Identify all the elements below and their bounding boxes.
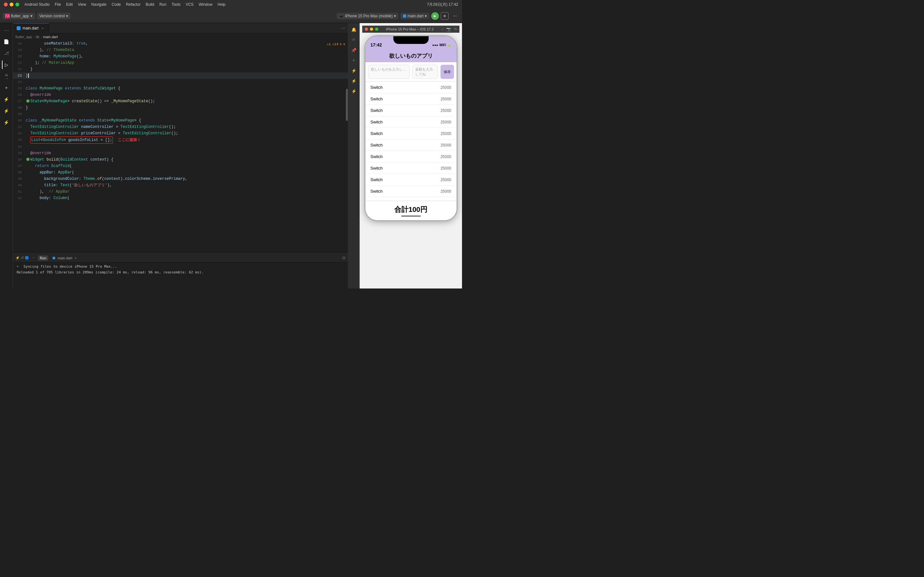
- simulator-window-controls: [365, 27, 378, 31]
- right-icon-star[interactable]: ✦: [350, 56, 358, 64]
- menu-view[interactable]: View: [78, 2, 86, 7]
- tab-more-button[interactable]: ⋯: [338, 26, 348, 31]
- breadcrumb-lib[interactable]: lib: [36, 35, 39, 39]
- line-number-40: 40: [13, 182, 26, 189]
- menu-refactor[interactable]: Refactor: [126, 2, 141, 7]
- item-price-2: 25000: [441, 108, 451, 113]
- close-button[interactable]: [4, 3, 8, 6]
- line-number-21: 21: [13, 60, 26, 66]
- tab-main-dart[interactable]: main.dart ×: [13, 23, 49, 33]
- name-input-field[interactable]: 欲しいものを入力し…: [368, 65, 410, 79]
- menu-file[interactable]: File: [55, 2, 61, 7]
- price-input-field[interactable]: 金額を入力してね: [412, 65, 438, 79]
- activity-git[interactable]: ⎇: [2, 49, 11, 58]
- breadcrumb-flutter-app[interactable]: flutter_app: [15, 35, 32, 39]
- sim-home-icon[interactable]: ⌂: [441, 27, 444, 31]
- bottom-more[interactable]: ⋯: [32, 256, 35, 260]
- menu-tools[interactable]: Tools: [172, 2, 181, 7]
- activity-run[interactable]: ▷: [2, 60, 11, 69]
- item-price-5: 25000: [441, 143, 451, 147]
- minimize-button[interactable]: [10, 3, 13, 6]
- line-content-18: useMaterial3: true,: [26, 40, 348, 47]
- save-button[interactable]: 保存: [441, 65, 454, 79]
- bottom-tab-run[interactable]: Run: [38, 255, 48, 261]
- activity-file[interactable]: 📄: [2, 37, 11, 46]
- activity-flutter2[interactable]: ⚡: [2, 106, 11, 115]
- code-editor[interactable]: 18 useMaterial3: true, ⚠1 ⚠14 ∧ ∨ 19 ), …: [13, 40, 348, 253]
- right-icon-preview[interactable]: 👁: [350, 36, 358, 44]
- collapse-icon[interactable]: ∨: [343, 41, 345, 47]
- menu-vcs[interactable]: VCS: [186, 2, 194, 7]
- tab-close-button[interactable]: ×: [40, 26, 45, 31]
- sim-rotate-icon[interactable]: ⟲: [454, 27, 457, 31]
- titlebar-right: 7月29日(月) 17:42: [427, 2, 458, 7]
- menu-build[interactable]: Build: [145, 2, 154, 7]
- code-line-40: 40 title: Text('欲しいものアプリ'),: [13, 182, 348, 189]
- simulator-title: iPhone 15 Pro Max – iOS 17.2: [386, 27, 434, 31]
- right-icon-flutter2[interactable]: ⚡: [350, 87, 358, 95]
- line-content-21: ); // MaterialApp: [26, 60, 348, 66]
- editor-area: main.dart × ⋯ flutter_app › lib › main.d…: [13, 23, 348, 288]
- chevron-down-icon: ▾: [425, 14, 427, 18]
- traffic-lights[interactable]: [4, 3, 19, 6]
- right-icon-lightning[interactable]: ⚡: [350, 67, 358, 74]
- run-button[interactable]: ▶: [431, 12, 439, 20]
- menu-edit[interactable]: Edit: [66, 2, 73, 7]
- item-name-7: Switch: [371, 166, 383, 171]
- toolbar-btn-extra1[interactable]: ⋯: [451, 13, 459, 19]
- item-name-6: Switch: [371, 154, 383, 159]
- phone-list[interactable]: Switch 25000 Switch 25000 Switch 25000 S…: [365, 82, 457, 201]
- stop-button[interactable]: ⏹: [441, 12, 449, 20]
- code-line-36: 36 Widget build(BuildContext context) {: [13, 156, 348, 163]
- phone-frame: 17:42 ●●● WiFi 🔋 欲しいものアプリ 欲しいものを入力し…: [365, 35, 457, 221]
- activity-bar: ⋯ 📄 ⎇ ▷ 📱 ✦ ⚡ ⚡ ⚡: [0, 23, 13, 288]
- phone-total: 合計100円: [371, 205, 451, 214]
- phone-input-row: 欲しいものを入力し… 金額を入力してね 保存: [365, 62, 457, 82]
- menu-navigate[interactable]: Navigate: [91, 2, 107, 7]
- item-name-5: Switch: [371, 143, 383, 147]
- line-number-24: 24: [13, 79, 26, 85]
- sim-max[interactable]: [375, 27, 378, 31]
- menu-help[interactable]: Help: [218, 2, 226, 7]
- sim-min[interactable]: [370, 27, 373, 31]
- line-content-22: }: [26, 66, 348, 73]
- sim-screenshot-icon[interactable]: 📷: [446, 27, 451, 31]
- activity-star[interactable]: ✦: [2, 83, 11, 92]
- code-line-20: 20 home: MyHomePage(),: [13, 53, 348, 60]
- bottom-expand-btn[interactable]: ⊡: [342, 256, 345, 260]
- right-icon-flutter1[interactable]: ⚡: [350, 77, 358, 85]
- scrollbar[interactable]: [345, 40, 348, 201]
- project-selector[interactable]: FA flutter_app ▾: [3, 13, 35, 19]
- activity-flutter3[interactable]: ⚡: [2, 118, 11, 127]
- menu-window[interactable]: Window: [199, 2, 212, 7]
- right-icon-notification[interactable]: 🔔: [350, 26, 358, 33]
- activity-flutter1[interactable]: ⚡: [2, 95, 11, 104]
- line-content-32: TextEditingController priceController = …: [26, 130, 348, 137]
- vcs-selector[interactable]: Version control ▾: [37, 13, 71, 19]
- bottom-tab-close[interactable]: ×: [74, 256, 76, 260]
- bottom-icons: ⚡ ↺ 🔵: [15, 256, 29, 260]
- bottom-tab-main-dart[interactable]: main.dart ×: [51, 255, 78, 261]
- line-content-26: @override: [26, 92, 348, 98]
- console-output: ➤ Syncing files to device iPhone 15 Pro …: [13, 263, 348, 288]
- right-icon-bookmark[interactable]: 📌: [350, 46, 358, 54]
- code-line-34: 34: [13, 143, 348, 150]
- sim-close[interactable]: [365, 27, 368, 31]
- menu-run[interactable]: Run: [160, 2, 166, 7]
- line-number-30: 30: [13, 117, 26, 124]
- menu-code[interactable]: Code: [111, 2, 121, 7]
- activity-device[interactable]: 📱: [2, 72, 11, 81]
- line-content-23: }: [26, 73, 348, 79]
- dart-icon: [403, 15, 406, 18]
- expand-icon[interactable]: ∧: [340, 41, 342, 47]
- breadcrumb-file[interactable]: main.dart: [43, 35, 58, 39]
- scrollbar-thumb[interactable]: [346, 89, 348, 121]
- maximize-button[interactable]: [15, 3, 19, 6]
- battery-icon: 🔋: [447, 43, 451, 47]
- device-selector[interactable]: 📱 iPhone 15 Pro Max (mobile) ▾: [336, 13, 399, 19]
- code-line-19: 19 ), // ThemeData: [13, 47, 348, 53]
- activity-explorer[interactable]: ⋯: [2, 26, 11, 35]
- code-line-27: 27 State<MyHomePage> createState() => _M…: [13, 98, 348, 105]
- file-selector[interactable]: main.dart ▾: [401, 13, 429, 19]
- code-line-28: 28 }: [13, 105, 348, 111]
